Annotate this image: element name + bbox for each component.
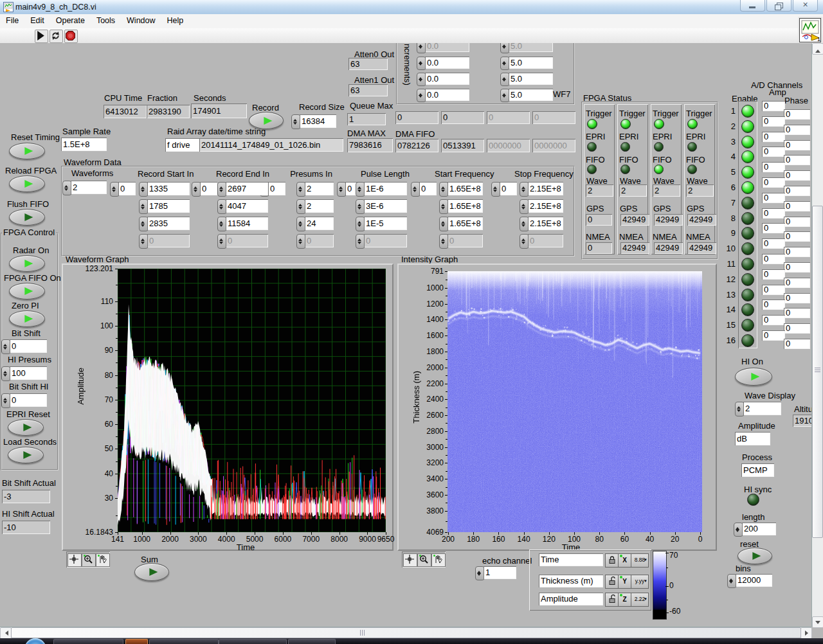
axis-autoscale-button[interactable]: Y — [618, 575, 631, 589]
axis-lock-button[interactable] — [605, 575, 619, 589]
waveform-param-input[interactable]: 2.15E+8 — [528, 199, 563, 213]
phase-input[interactable]: 0 — [784, 109, 810, 120]
waveform-param-input[interactable]: 1.65E+8 — [448, 182, 483, 195]
reload-fpga-button[interactable] — [9, 175, 45, 192]
bit-shift-input[interactable]: 0 — [10, 339, 47, 353]
array-index-input[interactable]: 0 — [419, 182, 437, 195]
taskbar-button[interactable] — [219, 639, 287, 644]
menu-window[interactable]: Window — [121, 14, 161, 27]
phase-input[interactable]: 0 — [784, 323, 810, 334]
waveform-param-input[interactable]: 1E-5 — [364, 217, 407, 230]
amp-input[interactable]: 0 — [762, 147, 785, 157]
scroll-left-button[interactable] — [0, 627, 12, 638]
atten-increment-input[interactable]: 0.0 — [425, 89, 469, 101]
gain-increment-input[interactable]: 5.0 — [509, 89, 553, 101]
enable-led[interactable] — [741, 334, 754, 347]
amp-input[interactable]: 0 — [762, 254, 785, 264]
windows-taskbar[interactable] — [0, 638, 823, 644]
waveform-param-input[interactable]: 2.15E+8 — [528, 182, 563, 195]
waveform-param-input[interactable]: 2.15E+8 — [528, 217, 563, 230]
amp-input[interactable]: 0 — [762, 132, 785, 142]
phase-input[interactable]: 0 — [784, 125, 810, 135]
axis-format-button[interactable]: 2.22▼ — [631, 593, 649, 607]
menu-help[interactable]: Help — [161, 14, 190, 27]
sum-button[interactable] — [134, 563, 169, 581]
enable-led[interactable] — [741, 289, 754, 301]
phase-input[interactable]: 0 — [784, 339, 810, 349]
amp-input[interactable]: 0 — [762, 285, 785, 295]
axis-lock-button[interactable] — [605, 593, 619, 607]
waveform-param-input[interactable]: 1.65E+8 — [448, 199, 483, 213]
amp-input[interactable]: 0 — [762, 330, 785, 341]
titlebar[interactable]: main4v9_8_ch_DC8.vi × — [0, 0, 823, 15]
waveform-param-input[interactable]: 0 — [364, 234, 407, 247]
sample-rate-input[interactable]: 1.5E+8 — [61, 138, 107, 151]
waveform-param-input[interactable]: 0 — [305, 234, 334, 247]
horizontal-scroll-thumb[interactable] — [11, 627, 801, 638]
enable-led[interactable] — [741, 136, 754, 148]
phase-input[interactable]: 0 — [784, 293, 810, 303]
waveform-param-input[interactable]: 0 — [226, 234, 268, 247]
vertical-scroll-thumb[interactable] — [812, 206, 823, 538]
phase-input[interactable]: 0 — [784, 231, 810, 242]
enable-led[interactable] — [741, 258, 754, 271]
reset-button[interactable] — [737, 548, 772, 564]
waveform-param-input[interactable]: 0 — [528, 234, 563, 247]
amp-input[interactable]: 0 — [762, 238, 785, 249]
scroll-up-button[interactable] — [812, 43, 823, 55]
phase-input[interactable]: 0 — [784, 308, 810, 318]
axis-name-input[interactable]: Amplitude — [539, 593, 603, 605]
taskbar-button[interactable] — [53, 639, 123, 644]
fpga-fifo-on-button[interactable] — [9, 283, 45, 300]
phase-input[interactable]: 0 — [784, 155, 810, 165]
reset-timing-button[interactable] — [9, 143, 45, 159]
amp-input[interactable]: 0 — [762, 269, 785, 280]
waveform-param-input[interactable]: 2 — [305, 199, 334, 213]
waveform-param-input[interactable]: 2697 — [226, 182, 268, 195]
axis-format-button[interactable]: 8.88▼ — [631, 553, 649, 568]
waveform-param-input[interactable]: 1E-6 — [364, 182, 407, 195]
phase-input[interactable]: 0 — [784, 201, 810, 211]
radar-on-button[interactable] — [9, 255, 45, 272]
waveform-param-input[interactable]: 4047 — [226, 199, 268, 213]
atten-increment-input[interactable]: 0.0 — [425, 73, 469, 85]
amp-input[interactable]: 0 — [762, 101, 785, 111]
intensity-graph-pan-tool[interactable] — [431, 553, 446, 567]
taskbar-button[interactable] — [288, 639, 336, 644]
taskbar-button[interactable] — [125, 639, 148, 644]
amp-input[interactable]: 0 — [762, 177, 785, 188]
wave-display-input[interactable]: 2 — [743, 402, 781, 415]
menu-edit[interactable]: Edit — [24, 14, 50, 27]
minimize-button[interactable] — [740, 0, 765, 12]
start-orb[interactable] — [24, 638, 46, 644]
amp-input[interactable]: 0 — [762, 300, 785, 310]
menu-file[interactable]: File — [0, 14, 24, 27]
phase-input[interactable]: 0 — [784, 186, 810, 196]
bins-input[interactable]: 12000 — [736, 574, 772, 587]
waveform-param-input[interactable]: 2835 — [147, 217, 190, 230]
waveform-graph-zoom-tool[interactable] — [82, 553, 96, 567]
waveforms-input[interactable]: 2 — [71, 181, 107, 194]
abort-button[interactable] — [64, 30, 78, 43]
axis-lock-button[interactable] — [605, 553, 619, 568]
enable-led[interactable] — [741, 197, 754, 210]
process-input[interactable]: PCMP — [741, 463, 774, 477]
enable-led[interactable] — [741, 273, 754, 286]
phase-input[interactable]: 0 — [784, 278, 810, 288]
gain-increment-input[interactable]: 5.0 — [509, 73, 553, 85]
waveform-param-input[interactable]: 0 — [448, 234, 483, 247]
enable-led[interactable] — [741, 105, 754, 118]
phase-input[interactable]: 0 — [784, 247, 810, 257]
waveform-param-input[interactable]: 2 — [305, 182, 334, 195]
array-index-input[interactable]: 0 — [200, 182, 217, 195]
array-index-input[interactable]: 0 — [268, 182, 285, 195]
atten-increment-input[interactable]: 0.0 — [425, 57, 469, 69]
intensity-plot-area[interactable] — [448, 271, 702, 532]
waveform-param-input[interactable]: 1335 — [147, 182, 190, 195]
waveform-param-input[interactable]: 24 — [305, 217, 334, 230]
amp-input[interactable]: 0 — [762, 208, 785, 219]
enable-led[interactable] — [741, 181, 754, 194]
phase-input[interactable]: 0 — [784, 262, 810, 273]
load-seconds-button[interactable] — [8, 447, 44, 463]
colorbar-ramp[interactable] — [653, 551, 667, 611]
